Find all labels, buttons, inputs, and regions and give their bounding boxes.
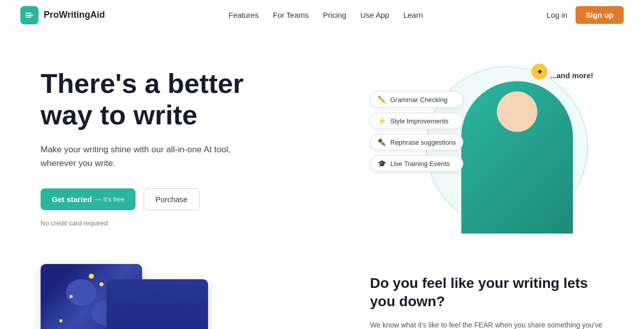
hero-subtitle: Make your writing shine with our all-in-… [41, 143, 254, 170]
signup-button[interactable]: Sign up [575, 6, 624, 24]
section2-images: My idea in my head [41, 264, 233, 329]
no-credit-card-label: No credit card required [41, 219, 254, 227]
brand-name: ProWritingAid [44, 10, 105, 20]
image-card-2 [107, 279, 208, 329]
hero-left: There's a better way to write Make your … [41, 68, 254, 227]
pill-grammar: ✏️ Grammar Checking [370, 91, 463, 108]
get-started-button[interactable]: Get started — it's free [41, 188, 135, 210]
grammar-icon: ✏️ [378, 95, 386, 104]
and-more-label: ...and more! [550, 71, 593, 80]
feature-pills: ✏️ Grammar Checking ⚡ Style Improvements… [370, 91, 463, 172]
svg-rect-2 [25, 17, 30, 18]
rephrase-icon: ✒️ [378, 138, 386, 146]
svg-rect-1 [25, 13, 31, 14]
pill-style: ⚡ Style Improvements [370, 113, 463, 129]
hero-title: There's a better way to write [41, 68, 254, 130]
hero-section: There's a better way to write Make your … [0, 30, 644, 254]
nav-learn[interactable]: Learn [403, 11, 423, 19]
pill-rephrase: ✒️ Rephrase suggestions [370, 134, 463, 150]
login-link[interactable]: Log in [547, 11, 567, 19]
hero-person [461, 81, 573, 234]
nav-use-app[interactable]: Use App [360, 11, 389, 19]
star-badge: ✦ [531, 63, 548, 80]
hero-illustration: ✦ ...and more! ✏️ Grammar Checking ⚡ Sty… [370, 61, 603, 234]
free-label: — it's free [95, 195, 124, 203]
nav-pricing[interactable]: Pricing [323, 11, 346, 19]
nav-actions: Log in Sign up [547, 6, 624, 24]
nav-links: Features For Teams Pricing Use App Learn [229, 11, 423, 19]
section2-title: Do you feel like your writing lets you d… [370, 274, 603, 311]
section2-body: We know what it's like to feel the FEAR … [370, 319, 603, 329]
navigation: ProWritingAid Features For Teams Pricing… [0, 0, 644, 30]
section2-right: Do you feel like your writing lets you d… [370, 274, 603, 329]
logo-icon [20, 6, 39, 24]
hero-cta-group: Get started — it's free Purchase [41, 188, 254, 210]
pill-training: 🎓 Live Training Events [370, 155, 463, 172]
style-icon: ⚡ [378, 117, 386, 125]
brand-logo[interactable]: ProWritingAid [20, 6, 105, 24]
nav-features[interactable]: Features [229, 11, 259, 19]
nav-for-teams[interactable]: For Teams [273, 11, 309, 19]
section2: My idea in my head Do you feel like your… [0, 254, 644, 329]
purchase-button[interactable]: Purchase [144, 188, 199, 210]
training-icon: 🎓 [378, 159, 386, 168]
